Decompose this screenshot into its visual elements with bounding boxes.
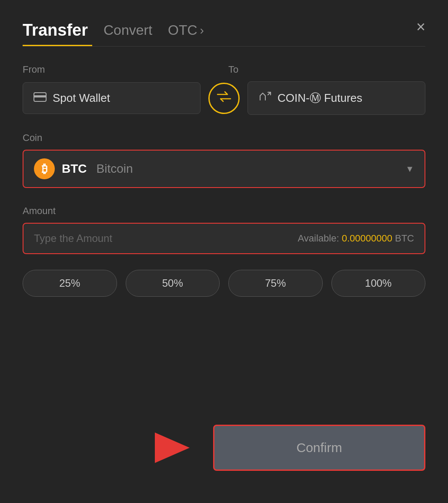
- from-to-labels: From To: [23, 64, 425, 75]
- amount-label: Amount: [23, 205, 425, 217]
- tab-transfer[interactable]: Transfer: [23, 21, 88, 40]
- close-button[interactable]: ×: [416, 19, 425, 35]
- available-balance: Available: 0.00000000 BTC: [298, 233, 414, 244]
- coin-section: Coin ₿ BTC Bitcoin ▼: [23, 132, 425, 188]
- amount-box: Available: 0.00000000 BTC: [23, 223, 425, 254]
- transfer-modal: Transfer Convert OTC › × From To: [0, 0, 448, 503]
- header-divider: [23, 46, 425, 47]
- amount-input[interactable]: [34, 232, 298, 245]
- from-wallet-name: Spot Wallet: [53, 91, 110, 105]
- to-wallet-selector[interactable]: COIN-Ⓜ Futures: [247, 81, 425, 115]
- chevron-down-icon: ▼: [405, 164, 414, 174]
- tab-convert[interactable]: Convert: [104, 22, 152, 38]
- coin-symbol: BTC: [62, 162, 87, 176]
- from-label: From: [23, 64, 220, 75]
- pct-75-button[interactable]: 75%: [228, 270, 323, 297]
- btc-icon: ₿: [34, 158, 55, 179]
- to-wallet-name: COIN-Ⓜ Futures: [277, 91, 362, 106]
- available-amount-value: 0.00000000: [342, 233, 392, 244]
- header-tabs: Transfer Convert OTC ›: [23, 21, 425, 40]
- red-arrow-icon: [150, 424, 203, 472]
- from-to-row: Spot Wallet COIN-Ⓜ: [23, 81, 425, 115]
- tab-otc[interactable]: OTC ›: [168, 22, 204, 38]
- wallet-icon: [33, 92, 47, 104]
- pct-100-button[interactable]: 100%: [331, 270, 426, 297]
- pct-25-button[interactable]: 25%: [23, 270, 117, 297]
- coin-label: Coin: [23, 132, 425, 144]
- from-to-section: From To Spot Wallet: [23, 64, 425, 115]
- futures-icon: [258, 91, 271, 105]
- to-label: To: [228, 64, 425, 75]
- from-wallet-selector[interactable]: Spot Wallet: [23, 82, 201, 114]
- confirm-button[interactable]: Confirm: [213, 425, 425, 471]
- confirm-area: Confirm: [23, 424, 425, 472]
- amount-section: Amount Available: 0.00000000 BTC: [23, 205, 425, 254]
- swap-button[interactable]: [208, 83, 240, 114]
- svg-marker-2: [155, 433, 190, 463]
- coin-selector[interactable]: ₿ BTC Bitcoin ▼: [23, 150, 425, 188]
- swap-icon: [216, 90, 232, 106]
- coin-full-name: Bitcoin: [97, 162, 133, 176]
- svg-rect-1: [34, 95, 46, 97]
- arrow-area: [23, 424, 213, 472]
- pct-50-button[interactable]: 50%: [126, 270, 220, 297]
- percentage-row: 25% 50% 75% 100%: [23, 270, 425, 297]
